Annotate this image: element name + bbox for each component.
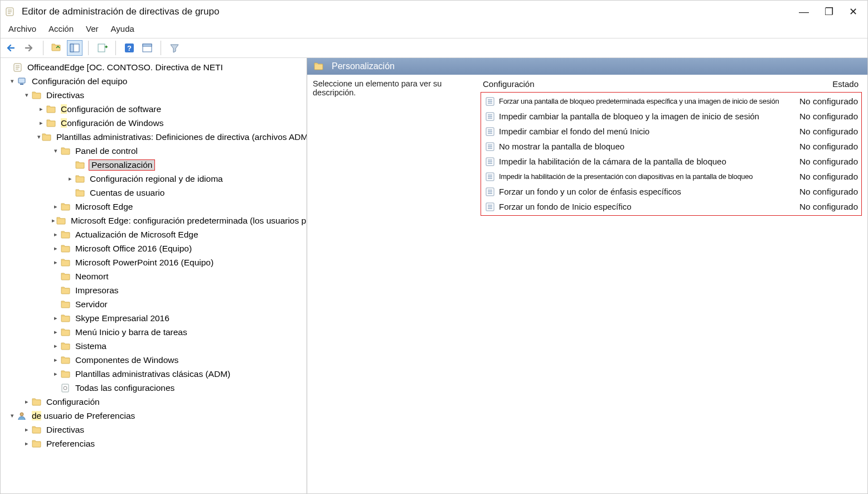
tree-conf-windows[interactable]: ▸ Configuración de Windows [1, 116, 307, 130]
collapse-icon[interactable]: ▾ [23, 91, 31, 99]
setting-state: No configurado [789, 142, 861, 152]
setting-row[interactable]: Forzar un fondo y un color de énfasis es… [481, 184, 861, 199]
tree-skype[interactable]: ▸ Skype Empresarial 2016 [1, 311, 307, 325]
expand-icon[interactable]: ▸ [23, 398, 31, 405]
expand-icon[interactable]: ▸ [66, 175, 74, 182]
tree-classic-adm[interactable]: ▸ Plantillas administrativas clásicas (A… [1, 367, 307, 381]
help-button[interactable]: ? [122, 40, 137, 56]
settings-sheet-icon [61, 383, 71, 393]
expand-icon[interactable]: ▸ [52, 245, 60, 252]
setting-state: No configurado [789, 112, 861, 122]
column-header-config[interactable]: Configuración [483, 79, 789, 89]
menu-view[interactable]: Ver [86, 24, 99, 33]
tree-pane[interactable]: OfficeandEdge [OC. CONTOSO. Directiva de… [1, 58, 307, 493]
folder-icon [32, 439, 42, 449]
tree-directivas[interactable]: ▾ Directivas [1, 88, 307, 102]
tree-control-panel[interactable]: ▾ Panel de control [1, 144, 307, 158]
setting-row[interactable]: Impedir la habilitación de la cámara de … [481, 154, 861, 169]
setting-row[interactable]: Forzar un fondo de Inicio específico No … [481, 199, 861, 214]
setting-name: Impedir la habilitación de la cámara de … [499, 157, 789, 166]
expand-icon[interactable]: ▸ [52, 328, 60, 336]
menu-bar: Archivo Acción Ver Ayuda [1, 23, 867, 38]
expand-icon[interactable]: ▸ [52, 356, 60, 364]
folder-icon [61, 202, 71, 212]
forward-button[interactable] [22, 40, 37, 56]
folder-icon [61, 313, 71, 323]
folder-icon [42, 132, 52, 142]
tree-win-components[interactable]: ▸ Componentes de Windows [1, 353, 307, 367]
tree-ppt2016[interactable]: ▸ Microsoft PowerPoint 2016 (Equipo) [1, 255, 307, 269]
tree-office2016[interactable]: ▸ Microsoft Office 2016 (Equipo) [1, 241, 307, 255]
tree-label: Skype Empresarial 2016 [74, 313, 171, 323]
tree-preferencias[interactable]: ▸ Preferencias [1, 437, 307, 451]
expand-icon[interactable]: ▸ [52, 259, 60, 266]
expand-icon[interactable]: ▸ [23, 426, 31, 433]
expand-icon[interactable]: ▸ [37, 119, 45, 127]
tree-configuracion[interactable]: ▸ Configuración [1, 395, 307, 409]
expand-icon[interactable]: ▸ [37, 105, 45, 113]
tree-all-settings[interactable]: Todas las configuraciones [1, 381, 307, 395]
menu-help[interactable]: Ayuda [111, 24, 134, 33]
close-button[interactable]: ✕ [849, 6, 857, 18]
setting-row[interactable]: Impedir la habilitación de la presentaci… [481, 169, 861, 184]
collapse-icon[interactable]: ▾ [52, 147, 60, 154]
export-list-button[interactable] [94, 40, 110, 56]
tree-server[interactable]: Servidor [1, 297, 307, 311]
minimize-button[interactable]: — [799, 6, 809, 18]
expand-icon[interactable]: ▸ [52, 231, 60, 238]
show-hide-tree-button[interactable] [67, 40, 83, 56]
expand-icon[interactable]: ▸ [52, 217, 55, 224]
tree-label: Todas las configuraciones [74, 383, 176, 393]
expand-icon[interactable]: ▸ [52, 370, 60, 377]
collapse-icon[interactable]: ▾ [37, 133, 41, 141]
tree-user-accounts[interactable]: Cuentas de usuario [1, 186, 307, 200]
collapse-icon[interactable]: ▾ [8, 78, 16, 85]
tree-neomort[interactable]: Neomort [1, 269, 307, 283]
detail-header: Personalización [307, 58, 867, 75]
tree-label: Preferencias [45, 439, 96, 449]
folder-icon [61, 146, 71, 156]
setting-row[interactable]: No mostrar la pantalla de bloqueo No con… [481, 139, 861, 154]
menu-action[interactable]: Acción [49, 24, 74, 33]
properties-button[interactable] [139, 40, 155, 56]
policy-sheet-icon [486, 187, 496, 196]
tree-regional-lang[interactable]: ▸ Configuración regional y de idioma [1, 172, 307, 186]
folder-icon [32, 397, 42, 407]
expand-icon[interactable]: ▸ [23, 440, 31, 447]
svg-rect-19 [143, 44, 152, 46]
tree-admin-templates[interactable]: ▾ Plantillas administrativas: Definicion… [1, 130, 307, 144]
expand-icon[interactable]: ▸ [52, 203, 60, 210]
expand-icon[interactable]: ▸ [52, 314, 60, 322]
tree-computer-config[interactable]: ▾ Configuración del equipo [1, 74, 307, 88]
folder-icon [61, 244, 71, 254]
tree-edge-default[interactable]: ▸ Microsoft Edge: configuración predeter… [1, 214, 307, 227]
setting-row[interactable]: Impedir cambiar el fondo del menú Inicio… [481, 124, 861, 139]
tree-conf-software[interactable]: ▸ Configuración de software [1, 102, 307, 116]
menu-file[interactable]: Archivo [8, 24, 36, 33]
setting-state: No configurado [789, 172, 861, 182]
computer-icon [17, 76, 27, 86]
maximize-button[interactable]: ❐ [825, 6, 833, 18]
tree-user-prefs[interactable]: ▾ de usuario de Preferencias [1, 409, 307, 423]
filter-button[interactable] [167, 40, 182, 56]
tree-directivas-2[interactable]: ▸ Directivas [1, 423, 307, 437]
tree-system[interactable]: ▸ Sistema [1, 339, 307, 353]
setting-row[interactable]: Forzar una pantalla de bloqueo predeterm… [481, 94, 861, 109]
tree-personalizacion[interactable]: Personalización [1, 158, 307, 172]
settings-table: Configuración Estado Forzar una pantalla… [481, 79, 862, 488]
tree-label: Configuración del equipo [31, 76, 128, 86]
setting-state: No configurado [789, 187, 861, 197]
setting-row[interactable]: Impedir cambiar la pantalla de bloqueo y… [481, 109, 861, 124]
tree-start-menu[interactable]: ▸ Menú Inicio y barra de tareas [1, 325, 307, 339]
tree-label-selected: Personalización [89, 159, 155, 171]
expand-icon[interactable]: ▸ [52, 342, 60, 350]
tree-printers[interactable]: Impresoras [1, 283, 307, 297]
tree-edge-update[interactable]: ▸ Actualización de Microsoft Edge [1, 227, 307, 241]
collapse-icon[interactable]: ▾ [8, 412, 16, 419]
setting-name: Impedir la habilitación de la presentaci… [499, 172, 789, 181]
up-one-level-button[interactable] [49, 40, 65, 56]
tree-edge[interactable]: ▸ Microsoft Edge [1, 200, 307, 214]
back-button[interactable] [4, 40, 20, 56]
tree-root[interactable]: OfficeandEdge [OC. CONTOSO. Directiva de… [1, 60, 307, 74]
column-header-state[interactable]: Estado [789, 79, 862, 89]
